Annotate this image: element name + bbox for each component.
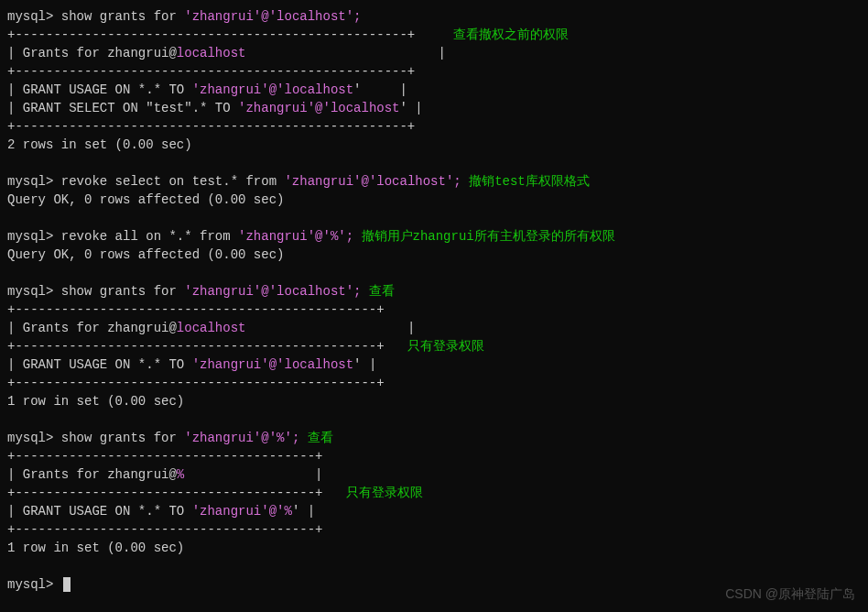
blank-line bbox=[7, 557, 861, 575]
table-border: +---------------------------------------… bbox=[7, 374, 861, 392]
result-line: Query OK, 0 rows affected (0.00 sec) bbox=[7, 191, 861, 209]
result-line: 2 rows in set (0.00 sec) bbox=[7, 136, 861, 154]
blank-line bbox=[7, 209, 861, 227]
cmd-show-grants-any: mysql> show grants for 'zhangrui'@'%'; 查… bbox=[7, 429, 861, 447]
cmd-revoke-all: mysql> revoke all on *.* from 'zhangrui'… bbox=[7, 227, 861, 246]
watermark: CSDN @原神登陆广岛 bbox=[725, 585, 855, 603]
blank-line bbox=[7, 264, 861, 282]
result-line: 1 row in set (0.00 sec) bbox=[7, 539, 861, 557]
cmd-revoke-select: mysql> revoke select on test.* from 'zha… bbox=[7, 172, 861, 191]
table-header: | Grants for zhangrui@localhost | bbox=[7, 44, 861, 62]
cmd-show-grants-localhost-2: mysql> show grants for 'zhangrui'@'local… bbox=[7, 282, 861, 301]
annotation: 只有登录权限 bbox=[407, 339, 484, 354]
blank-line bbox=[7, 410, 861, 429]
table-border: +---------------------------------------… bbox=[7, 62, 861, 81]
table-row: | GRANT USAGE ON *.* TO 'zhangrui'@'loca… bbox=[7, 81, 861, 99]
cursor-icon bbox=[63, 577, 71, 592]
cmd-show-grants-localhost: mysql> show grants for 'zhangrui'@'local… bbox=[7, 7, 861, 26]
table-row: | GRANT USAGE ON *.* TO 'zhangrui'@'loca… bbox=[7, 355, 861, 374]
table-border: +---------------------------------------… bbox=[7, 484, 861, 502]
annotation: 查看 bbox=[369, 284, 395, 299]
table-border: +---------------------------------------… bbox=[7, 301, 861, 319]
table-border: +---------------------------------------… bbox=[7, 117, 861, 136]
annotation: 查看撤权之前的权限 bbox=[453, 27, 569, 42]
annotation: 只有登录权限 bbox=[346, 486, 423, 500]
table-border: +---------------------------------------… bbox=[7, 26, 861, 44]
result-line: 1 row in set (0.00 sec) bbox=[7, 392, 861, 410]
annotation: 撤销用户zhangrui所有主机登录的所有权限 bbox=[362, 229, 615, 244]
table-row: | GRANT USAGE ON *.* TO 'zhangrui'@'%' | bbox=[7, 502, 861, 520]
annotation: 查看 bbox=[308, 431, 333, 445]
annotation: 撤销test库权限格式 bbox=[469, 174, 590, 189]
table-border: +---------------------------------------… bbox=[7, 520, 861, 539]
table-border: +---------------------------------------… bbox=[7, 447, 861, 465]
result-line: Query OK, 0 rows affected (0.00 sec) bbox=[7, 246, 861, 264]
table-row: | GRANT SELECT ON "test".* TO 'zhangrui'… bbox=[7, 99, 861, 117]
blank-line bbox=[7, 154, 861, 172]
table-border: +---------------------------------------… bbox=[7, 337, 861, 355]
table-header: | Grants for zhangrui@% | bbox=[7, 465, 861, 484]
table-header: | Grants for zhangrui@localhost | bbox=[7, 319, 861, 337]
